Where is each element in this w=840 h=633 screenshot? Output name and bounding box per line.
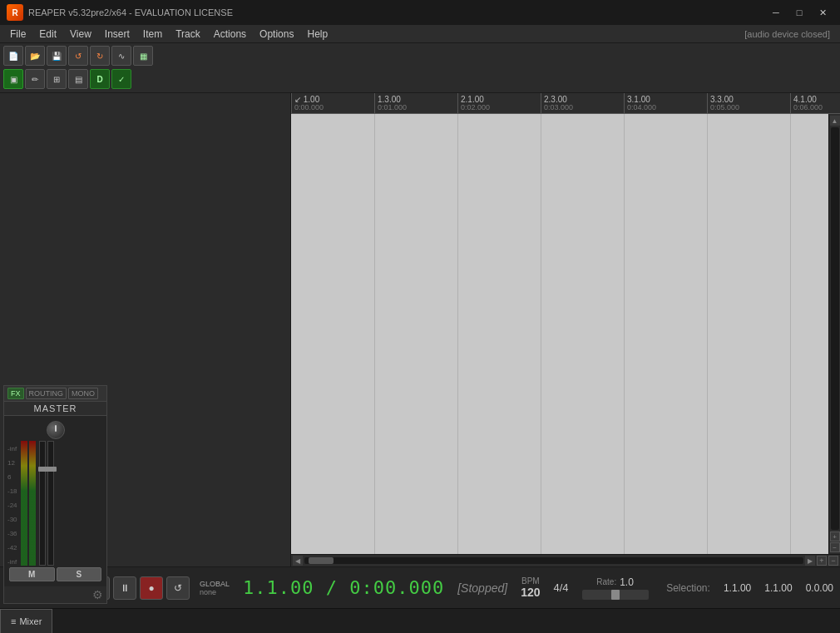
scroll-track-horizontal[interactable] xyxy=(304,557,803,564)
layout-container: ↙ 1.00 0:00.000 1.3.00 0:01.000 2.1.00 0… xyxy=(0,93,840,566)
rate-label: Rate: xyxy=(596,577,616,586)
zoom-out-h-btn[interactable]: − xyxy=(828,556,838,566)
maximize-button[interactable]: □ xyxy=(788,4,810,21)
global-section: GLOBAL none xyxy=(200,580,230,596)
scroll-thumb-horizontal[interactable] xyxy=(309,557,334,564)
arrange-area[interactable]: ↙ 1.00 0:00.000 1.3.00 0:01.000 2.1.00 0… xyxy=(291,93,840,566)
rate-section: Rate: 1.0 xyxy=(582,576,649,600)
global-label: GLOBAL xyxy=(200,580,230,588)
master-volume-knob[interactable] xyxy=(47,421,65,439)
meter-labels: -inf 12 6 -18 -24 -30 -36 -42 -inf xyxy=(7,441,17,566)
toolbar-config-btn[interactable]: ▦ xyxy=(133,46,153,66)
selection-info: Selection: 1.1.00 1.1.00 0.0.00 xyxy=(666,582,833,594)
tempo-section: BPM 120 xyxy=(521,576,540,599)
mixer-panel: ≡ Mixer xyxy=(0,608,840,633)
menu-track[interactable]: Track xyxy=(169,25,207,42)
ruler-mark-3: 2.1.00 0:02.000 xyxy=(457,93,541,113)
ruler-mark-1: ↙ 1.00 0:00.000 xyxy=(291,93,374,113)
toolbar-new-btn[interactable]: 📄 xyxy=(3,46,23,66)
mute-button[interactable]: M xyxy=(9,567,55,581)
toolbar-redo-btn[interactable]: ↻ xyxy=(90,46,110,66)
mono-button[interactable]: MONO xyxy=(68,388,98,399)
menu-help[interactable]: Help xyxy=(300,25,334,42)
scroll-zoom-v: + − xyxy=(830,532,840,552)
grid-line-5 xyxy=(707,114,708,554)
title-bar: R REAPER v5.32pre2/x64 - EVALUATION LICE… xyxy=(0,0,840,25)
window-controls[interactable]: ─ □ ✕ xyxy=(765,4,833,21)
toolbar-section-main: 📄 📂 💾 ↺ ↻ ∿ ▦ ▣ ✏ ⊞ ▤ D ✓ xyxy=(3,46,153,89)
grid-line-6 xyxy=(790,114,791,554)
arrange-scrollbar-vertical[interactable]: ▲ + − xyxy=(828,114,840,554)
audio-device-status: [audio device closed] xyxy=(744,29,837,39)
menu-actions[interactable]: Actions xyxy=(207,25,253,42)
scroll-right-arrow[interactable]: ▶ xyxy=(805,556,815,566)
selection-label: Selection: xyxy=(666,582,710,594)
toolbar-toggle4-btn[interactable]: ▤ xyxy=(68,69,88,89)
zoom-in-v-btn[interactable]: + xyxy=(830,532,840,542)
app-icon: R xyxy=(7,4,23,21)
master-gear-icon[interactable]: ⚙ xyxy=(4,586,106,603)
routing-button[interactable]: ROUTING xyxy=(26,388,67,399)
fx-button[interactable]: FX xyxy=(7,388,24,399)
arrange-scrollbar-horizontal[interactable]: ◀ ▶ + − xyxy=(291,554,840,566)
time-display: 1.1.00 / 0:00.000 xyxy=(236,577,451,598)
scroll-up-arrow[interactable]: ▲ xyxy=(830,116,840,126)
menu-view[interactable]: View xyxy=(63,25,98,42)
meter-bars xyxy=(21,441,36,566)
master-channel: FX ROUTING MONO MASTER -inf 12 6 -18 -24… xyxy=(3,385,107,604)
ruler-mark-4: 2.3.00 0:03.000 xyxy=(541,93,624,113)
menu-options[interactable]: Options xyxy=(253,25,300,42)
rate-slider-thumb[interactable] xyxy=(611,590,620,600)
zoom-in-h-btn[interactable]: + xyxy=(817,556,827,566)
bpm-value[interactable]: 120 xyxy=(521,586,540,599)
scroll-track-vertical[interactable] xyxy=(831,127,839,530)
ruler-mark-6: 3.3.00 0:05.000 xyxy=(707,93,790,113)
rate-slider[interactable] xyxy=(582,590,649,600)
meter-bar-right xyxy=(29,441,36,566)
menu-edit[interactable]: Edit xyxy=(32,25,63,42)
pause-button[interactable]: ⏸ xyxy=(113,576,136,600)
menu-bar: File Edit View Insert Item Track Actions… xyxy=(0,25,840,43)
toolbar-toggle2-btn[interactable]: ✏ xyxy=(25,69,45,89)
toolbar-save-btn[interactable]: 💾 xyxy=(47,46,67,66)
toolbar-toggle6-btn[interactable]: ✓ xyxy=(111,69,131,89)
menu-insert[interactable]: Insert xyxy=(98,25,136,42)
fader-right-thumb[interactable] xyxy=(47,467,57,472)
stopped-badge: [Stopped] xyxy=(457,581,507,595)
toolbar-toggle3-btn[interactable]: ⊞ xyxy=(47,69,67,89)
faders xyxy=(39,441,54,566)
titlebar-left: R REAPER v5.32pre2/x64 - EVALUATION LICE… xyxy=(7,4,233,21)
toolbar-toggle1-btn[interactable]: ▣ xyxy=(3,69,23,89)
zoom-out-v-btn[interactable]: − xyxy=(830,542,840,552)
rate-value: 1.0 xyxy=(620,576,634,588)
minimize-button[interactable]: ─ xyxy=(765,4,787,21)
toolbar-toggle5-btn[interactable]: D xyxy=(90,69,110,89)
master-body: -inf 12 6 -18 -24 -30 -36 -42 -inf xyxy=(4,416,106,586)
toolbar-undo-btn[interactable]: ↺ xyxy=(68,46,88,66)
selection-start: 1.1.00 xyxy=(724,582,751,594)
record-button[interactable]: ● xyxy=(140,576,163,600)
scroll-left-arrow[interactable]: ◀ xyxy=(293,556,303,566)
content-row: ↙ 1.00 0:00.000 1.3.00 0:01.000 2.1.00 0… xyxy=(0,93,840,566)
ruler-mark-2: 1.3.00 0:01.000 xyxy=(374,93,457,113)
toolbar-render-btn[interactable]: ∿ xyxy=(111,46,131,66)
scroll-zoom-h: + − xyxy=(817,556,838,566)
meter-bar-left xyxy=(21,441,27,566)
title-text: REAPER v5.32pre2/x64 - EVALUATION LICENS… xyxy=(28,7,233,17)
menu-item[interactable]: Item xyxy=(136,25,169,42)
time-signature[interactable]: 4/4 xyxy=(554,581,569,594)
arrange-tracks[interactable] xyxy=(291,114,828,554)
mixer-tab-label: Mixer xyxy=(19,616,42,626)
close-button[interactable]: ✕ xyxy=(812,4,833,21)
toolbar-open-btn[interactable]: 📂 xyxy=(25,46,45,66)
ruler-mark-5: 3.1.00 0:04.000 xyxy=(624,93,707,113)
mixer-tab[interactable]: ≡ Mixer xyxy=(0,609,52,633)
rate-row: Rate: 1.0 xyxy=(596,576,634,588)
master-label: MASTER xyxy=(4,402,106,416)
solo-button[interactable]: S xyxy=(57,567,102,581)
loop-button[interactable]: ↺ xyxy=(166,576,190,600)
grid-line-2 xyxy=(457,114,458,554)
fader-left[interactable] xyxy=(39,441,46,566)
fader-right[interactable] xyxy=(47,441,54,566)
menu-file[interactable]: File xyxy=(3,25,32,42)
